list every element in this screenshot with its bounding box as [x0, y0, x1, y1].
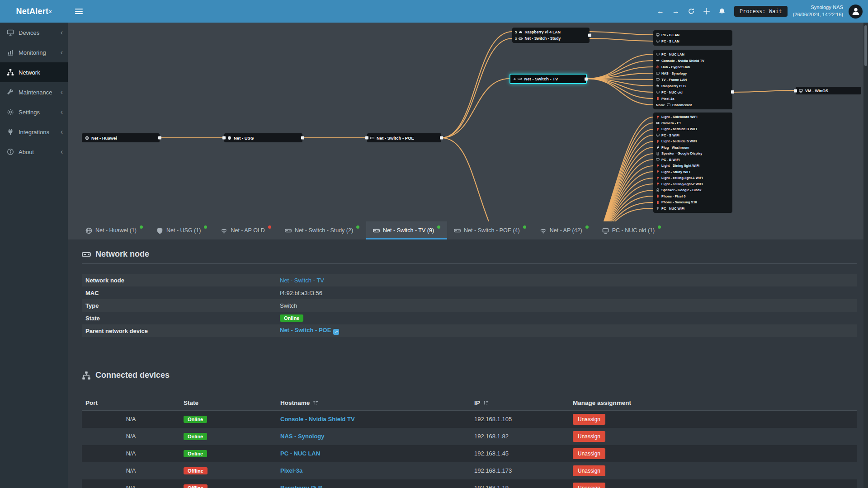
tab-net-switch-tv[interactable]: Net - Switch - TV (9)	[366, 221, 447, 239]
tree-device-node[interactable]: PC - B WiFi	[656, 157, 730, 163]
sort-icon[interactable]	[312, 400, 318, 406]
unassign-button[interactable]: Unassign	[573, 483, 605, 488]
monitoring-icon	[7, 49, 14, 56]
page-scrollbar[interactable]	[863, 23, 868, 488]
tab-net-usg[interactable]: Net - USG (1)	[150, 221, 214, 239]
tree-device-node[interactable]: Raspberry Pi B	[656, 83, 730, 89]
tree-node-switch-poe[interactable]: Net - Switch - POE	[367, 133, 441, 142]
tab-net-ap-old[interactable]: Net - AP OLD	[214, 221, 278, 239]
tab-net-switch-poe[interactable]: Net - Switch - POE (4)	[447, 221, 533, 239]
connector-dot	[301, 136, 304, 140]
back-button[interactable]: ←	[653, 0, 668, 23]
tree-device-node[interactable]: Hub - Cygnet Hub	[656, 64, 730, 70]
unassign-button[interactable]: Unassign	[573, 448, 605, 459]
notifications-button[interactable]	[714, 0, 730, 23]
connector-dot	[731, 90, 734, 94]
move-layout-button[interactable]	[699, 0, 714, 23]
switch-icon	[82, 250, 91, 259]
sidebar-toggle-button[interactable]	[68, 0, 90, 23]
tree-device-node[interactable]: Phone - Samsung S10	[656, 199, 730, 206]
tree-node-usg[interactable]: Net - USG	[224, 133, 302, 142]
tree-device-node[interactable]: Speaker - Google - Black	[656, 187, 730, 193]
tree-device-node[interactable]: TV - Frame LAN	[656, 76, 730, 83]
sidebar-item-settings[interactable]: Settings‹	[0, 102, 68, 122]
scrollbar-thumb[interactable]	[864, 25, 867, 66]
pc-icon	[656, 33, 660, 37]
col-hostname[interactable]: Hostname	[277, 395, 471, 411]
section-network-node: Network node	[82, 249, 857, 259]
col-state: State	[180, 395, 277, 411]
status-dot	[523, 225, 526, 229]
sidebar-item-monitoring[interactable]: Monitoring‹	[0, 42, 68, 62]
info-row: Type Switch	[82, 299, 857, 312]
tree-device-node[interactable]: Light - ceiling-light-2 WiFi	[656, 181, 730, 188]
process-status-badge: Process: Wait	[734, 6, 788, 17]
tree-device-node[interactable]: Light - Study WiFi	[656, 169, 730, 175]
pc-icon	[656, 52, 660, 56]
unassign-button[interactable]: Unassign	[573, 465, 605, 476]
hostname-link[interactable]: NAS - Synology	[280, 433, 325, 440]
shield-icon	[227, 136, 231, 140]
tab-net-switch-study[interactable]: Net - Switch - Study (2)	[278, 221, 366, 239]
type-value: Switch	[276, 299, 857, 312]
hostname-link[interactable]: Console - Nvidia Shield TV	[280, 416, 355, 422]
tree-node-raspberry-pi4[interactable]: 5 Raspberry Pi 4 LAN	[515, 29, 587, 35]
tree-device-node[interactable]: None Chromecast	[656, 102, 730, 108]
unassign-button[interactable]: Unassign	[573, 414, 605, 425]
tree-device-node[interactable]: Light - ceiling-light-1 WiFi	[656, 175, 730, 181]
sort-icon[interactable]	[483, 400, 489, 406]
tree-device-node[interactable]: Light - bedside B WiFi	[656, 126, 730, 132]
tree-device-node[interactable]: PC - NUC WiFi	[656, 206, 730, 212]
tree-device-node[interactable]: Light - bedside S WiFi	[656, 138, 730, 145]
node-link[interactable]: Net - Switch - TV	[280, 277, 324, 284]
tree-device-node[interactable]: Light - Dining light WiFi	[656, 163, 730, 169]
tree-node-switch-study[interactable]: 3 Net - Switch - Study	[515, 35, 587, 42]
tree-device-node[interactable]: PC - B LAN	[656, 32, 730, 38]
unassign-button[interactable]: Unassign	[573, 431, 605, 442]
tree-device-node[interactable]: Light - Sideboard WiFi	[656, 114, 730, 120]
col-ip[interactable]: IP	[471, 395, 569, 411]
server-time: (26/06/2024, 14:22:16)	[793, 11, 843, 19]
external-link-icon[interactable]: ↗	[333, 329, 339, 335]
network-topology-diagram[interactable]: Net - Huawei Net - USG Net - Switch - PO…	[68, 23, 868, 221]
tab-net-ap[interactable]: Net - AP (42)	[533, 221, 595, 239]
sidebar-item-devices[interactable]: Devices‹	[0, 23, 68, 42]
sidebar-item-network[interactable]: Network	[0, 62, 68, 82]
hostname-link[interactable]: Raspberry Pi B	[280, 484, 322, 488]
sidebar-item-maintenance[interactable]: Maintenance‹	[0, 82, 68, 102]
connector-dot	[222, 136, 226, 140]
tree-node-switch-tv-selected[interactable]: 4 Net - Switch - TV	[509, 74, 587, 84]
parent-node-link[interactable]: Net - Switch - POE	[280, 327, 331, 333]
hostname-link[interactable]: PC - NUC LAN	[280, 450, 320, 457]
sidebar-item-about[interactable]: About‹	[0, 142, 68, 162]
globe-icon	[85, 227, 92, 234]
hostname-link[interactable]: Pixel-3a	[280, 467, 302, 474]
tree-device-node[interactable]: Speaker - Google Display	[656, 150, 730, 157]
info-icon	[7, 148, 14, 155]
tree-device-node[interactable]: Camera - E1	[656, 120, 730, 127]
tree-node-huawei[interactable]: Net - Huawei	[82, 133, 160, 142]
status-dot	[585, 225, 589, 229]
tree-device-node[interactable]: PC - NUC old	[656, 89, 730, 95]
tree-device-node[interactable]: PC - S LAN	[656, 38, 730, 44]
forward-button[interactable]: →	[668, 0, 684, 23]
sitemap-icon	[82, 371, 91, 380]
tree-device-node[interactable]: PC - S WiFi	[656, 132, 730, 139]
raspberry-icon	[519, 30, 523, 34]
user-avatar[interactable]	[849, 5, 863, 19]
tree-device-node[interactable]: Console - Nvidia Shield TV	[656, 57, 730, 64]
sidebar-item-integrations[interactable]: Integrations‹	[0, 122, 68, 142]
chevron-left-icon: ‹	[61, 49, 63, 56]
tree-device-node[interactable]: Phone - Pixel 6	[656, 193, 730, 200]
tree-device-node[interactable]: NAS - Synology	[656, 70, 730, 76]
camera-icon	[656, 121, 660, 125]
refresh-button[interactable]	[684, 0, 699, 23]
tree-device-node[interactable]: PC - NUC LAN	[656, 51, 730, 57]
tree-device-node[interactable]: Pixel-3a	[656, 95, 730, 102]
tree-node-vm-winos[interactable]: VM - WinOS	[796, 87, 861, 94]
tree-device-node[interactable]: Plug - Washroom	[656, 145, 730, 151]
tab-pc-nuc-old[interactable]: PC - NUC old (1)	[595, 221, 668, 239]
network-icon	[7, 69, 14, 76]
tab-net-huawei[interactable]: Net - Huawei (1)	[79, 221, 150, 239]
app-logo[interactable]: NetAlertx	[0, 0, 68, 23]
